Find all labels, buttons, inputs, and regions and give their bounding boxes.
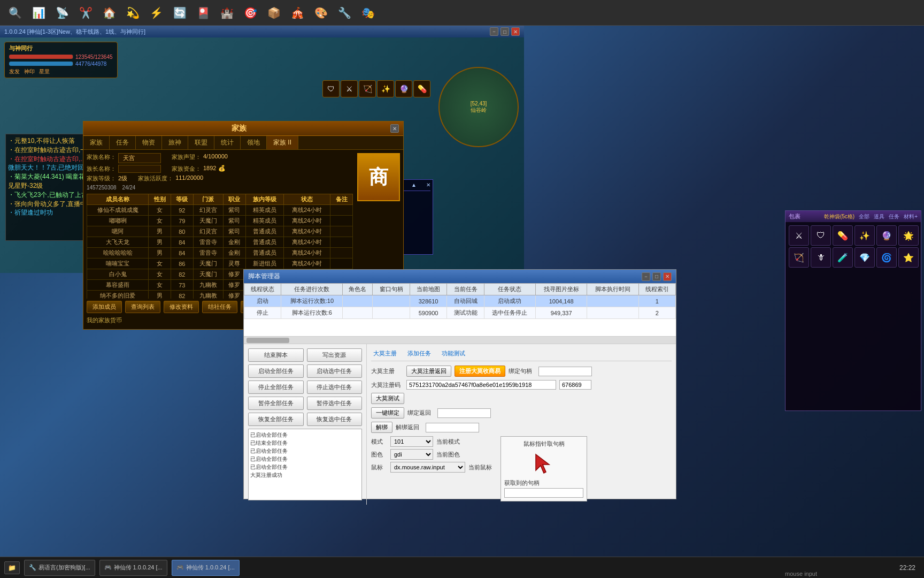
script-close-btn[interactable]: ✕ xyxy=(663,272,672,281)
bind-back-input[interactable] xyxy=(437,408,491,418)
task-expand-icon[interactable]: ▲ xyxy=(411,182,417,189)
clan-table-row[interactable]: 嘟嘟咧女79天魔门紫司精英成员离线24小时 xyxy=(87,216,353,226)
btn-unbind[interactable]: 解绑 xyxy=(371,422,392,433)
btn-start-all[interactable]: 启动全部任务 xyxy=(248,364,304,378)
taskbar-icon-star[interactable]: 💫 xyxy=(122,2,143,24)
clan-table-row[interactable]: 嗯阿男80幻灵宫紫司普通成员离线24小时 xyxy=(87,226,353,237)
btn-end-script[interactable]: 结束脚本 xyxy=(248,348,304,362)
btn-write-resource[interactable]: 写出资源 xyxy=(307,348,363,362)
btn-damo-back[interactable]: 大莫注册返回 xyxy=(406,366,451,377)
clan-tab-territory[interactable]: 领地 xyxy=(241,136,267,149)
script-minimize-btn[interactable]: － xyxy=(642,272,650,281)
action-slot-1[interactable]: 🛡 xyxy=(322,80,340,97)
clan-tab-stats[interactable]: 统计 xyxy=(214,136,241,149)
script-maximize-btn[interactable]: □ xyxy=(652,272,661,281)
taskbar-icon-satellite[interactable]: 📡 xyxy=(51,2,73,24)
script-scrollbar-x[interactable] xyxy=(244,337,676,344)
inv-tab-divine[interactable]: 乾神袋(5c格) xyxy=(824,213,854,220)
btn-edit-info[interactable]: 修改资料 xyxy=(164,301,199,313)
inv-slot-7[interactable]: 🏹 xyxy=(789,247,809,268)
inv-slot-10[interactable]: 💎 xyxy=(854,247,875,268)
action-slot-5[interactable]: 🔮 xyxy=(395,80,412,97)
mode-select[interactable]: 101 xyxy=(390,436,433,447)
tab-damo-register[interactable]: 大莫主册 xyxy=(371,348,399,359)
game-minimize-btn[interactable]: － xyxy=(490,27,498,36)
script-table-row[interactable]: 停止脚本运行次数:6590900测试功能选中任务停止949,3372 xyxy=(244,307,676,319)
inv-slot-6[interactable]: 🌟 xyxy=(898,225,919,246)
inv-slot-8[interactable]: 🗡 xyxy=(811,247,831,268)
unbind-back-input[interactable] xyxy=(426,423,479,432)
taskbar-icon-home[interactable]: 🏠 xyxy=(98,2,120,24)
inv-slot-12[interactable]: ⭐ xyxy=(898,247,919,268)
clan-tab-journey[interactable]: 旅神 xyxy=(162,136,188,149)
tab-add-task[interactable]: 添加任务 xyxy=(405,348,433,359)
clan-table-row[interactable]: 修仙不成就成魔女92幻灵宫紫司精英成员离线24小时 xyxy=(87,205,353,216)
clan-table-row[interactable]: 喃喃宝宝女86天魔门灵尊新进组员离线24小时 xyxy=(87,258,353,269)
taskbar-icon-target[interactable]: 🎯 xyxy=(240,2,261,24)
btn-hair[interactable]: 发发 xyxy=(9,68,20,75)
clan-table-row[interactable]: 哙哙哙哙哙男84雷音寺金刚普通成员离线24小时 xyxy=(87,248,353,258)
taskbar-bottom-item-app3[interactable]: 🎮 神仙传 1.0.0.24 [... xyxy=(172,560,240,576)
taskbar-icon-wrench[interactable]: 🔧 xyxy=(334,2,355,24)
btn-add-member[interactable]: 添加成员 xyxy=(87,301,122,313)
btn-star[interactable]: 星里 xyxy=(39,68,50,75)
clan-tab-mission[interactable]: 任务 xyxy=(110,136,136,149)
taskbar-icon-drama[interactable]: 🎭 xyxy=(357,2,379,24)
taskbar-bottom-item-app1[interactable]: 🔧 易语言(加密狗版)[... xyxy=(24,560,95,576)
btn-highlight-register[interactable]: 注册大莫收商易 xyxy=(455,366,505,377)
inv-slot-2[interactable]: 🛡 xyxy=(811,225,831,246)
taskbar-icon-refresh[interactable]: 🔄 xyxy=(169,2,190,24)
task-close-icon[interactable]: ✕ xyxy=(426,182,430,189)
damo-code-extra-input[interactable] xyxy=(559,380,591,390)
action-slot-2[interactable]: ⚔ xyxy=(341,80,358,97)
btn-start-selected[interactable]: 启动选中任务 xyxy=(307,364,363,378)
inv-tab-material[interactable]: 材料+ xyxy=(904,213,918,220)
damo-code-input[interactable] xyxy=(406,380,556,390)
clan-table-row[interactable]: 大飞天龙男84雷音寺金刚普通成员离线24小时 xyxy=(87,237,353,248)
action-slot-6[interactable]: 💊 xyxy=(413,80,430,97)
btn-one-key-bind[interactable]: 一键绑定 xyxy=(371,407,404,419)
clan-tab-alliance[interactable]: 联盟 xyxy=(188,136,214,149)
script-table-row[interactable]: 启动脚本运行次数:10328610自动回城启动成功1004,1481 xyxy=(244,295,676,307)
clan-close-btn[interactable]: ✕ xyxy=(390,124,399,133)
get-handle-input[interactable] xyxy=(504,488,583,498)
color-select[interactable]: gdi xyxy=(390,449,433,460)
btn-query-list[interactable]: 查询列表 xyxy=(125,301,160,313)
btn-deity[interactable]: 神印 xyxy=(24,68,35,75)
clan-tab-clan[interactable]: 家族 xyxy=(83,136,110,149)
clan-tab-supplies[interactable]: 物资 xyxy=(136,136,162,149)
btn-resume-all[interactable]: 恢复全部任务 xyxy=(248,413,304,426)
btn-pause-all[interactable]: 暂停全部任务 xyxy=(248,397,304,410)
taskbar-icon-theater[interactable]: 🎪 xyxy=(287,2,308,24)
taskbar-icon-chart[interactable]: 📊 xyxy=(28,2,49,24)
game-close-btn[interactable]: ✕ xyxy=(511,27,520,36)
inv-slot-1[interactable]: ⚔ xyxy=(789,225,809,246)
action-slot-3[interactable]: 🏹 xyxy=(359,80,376,97)
taskbar-icon-castle[interactable]: 🏰 xyxy=(216,2,237,24)
btn-pause-selected[interactable]: 暂停选中任务 xyxy=(307,397,363,410)
inv-slot-3[interactable]: 💊 xyxy=(833,225,853,246)
taskbar-icon-art[interactable]: 🎨 xyxy=(310,2,332,24)
inv-slot-4[interactable]: ✨ xyxy=(854,225,875,246)
inv-tab-mission-item[interactable]: 任务 xyxy=(889,213,899,220)
taskbar-icon-cards[interactable]: 🎴 xyxy=(192,2,214,24)
taskbar-bottom-item-app2[interactable]: 🎮 神仙传 1.0.0.24 [... xyxy=(99,560,167,576)
taskbar-bottom-item-explorer[interactable]: 📁 xyxy=(4,561,20,574)
inv-tab-equip[interactable]: 道具 xyxy=(874,213,884,220)
action-slot-4[interactable]: ✨ xyxy=(377,80,394,97)
btn-clan-mission[interactable]: 结社任务 xyxy=(202,301,237,313)
btn-resume-selected[interactable]: 恢复选中任务 xyxy=(307,413,363,426)
taskbar-icon-cut[interactable]: ✂️ xyxy=(75,2,96,24)
taskbar-icon-bolt[interactable]: ⚡ xyxy=(145,2,167,24)
btn-damo-test[interactable]: 大莫测试 xyxy=(371,393,404,404)
taskbar-icon-search[interactable]: 🔍 xyxy=(4,2,26,24)
taskbar-icon-box[interactable]: 📦 xyxy=(263,2,284,24)
game-maximize-btn[interactable]: □ xyxy=(500,27,509,36)
bind-handle-input[interactable] xyxy=(538,367,592,376)
inv-slot-11[interactable]: 🌀 xyxy=(876,247,897,268)
tab-test-function[interactable]: 功能测试 xyxy=(440,348,467,359)
btn-stop-all[interactable]: 停止全部任务 xyxy=(248,381,304,394)
inv-slot-9[interactable]: 🧪 xyxy=(833,247,853,268)
clan-tab-clan2[interactable]: 家族 II xyxy=(267,136,298,149)
btn-stop-selected[interactable]: 停止选中任务 xyxy=(307,381,363,394)
